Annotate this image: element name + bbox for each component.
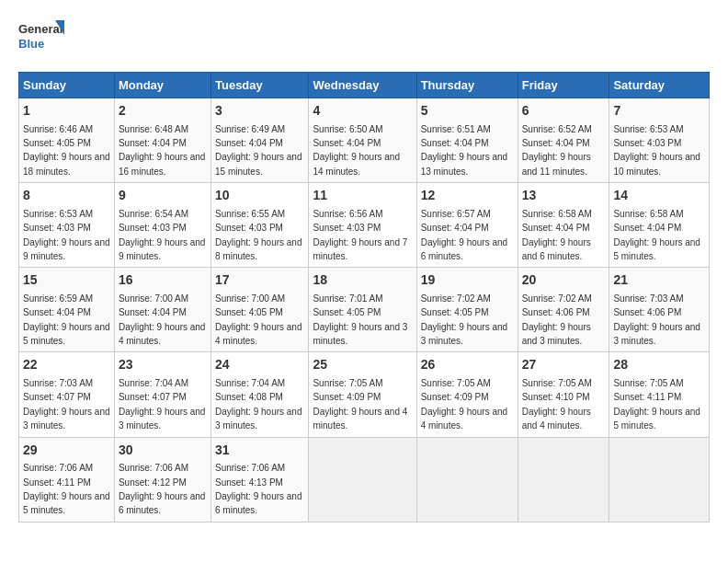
daylight-text: Daylight: 9 hours and 18 minutes. [23,152,110,176]
sunset-text: Sunset: 4:06 PM [522,307,590,317]
sunset-text: Sunset: 4:04 PM [119,307,187,317]
week-row-4: 22 Sunrise: 7:03 AM Sunset: 4:07 PM Dayl… [19,352,710,437]
daylight-text: Daylight: 9 hours and 3 minutes. [613,322,700,346]
daylight-text: Daylight: 9 hours and 6 minutes. [215,491,302,515]
sunrise-text: Sunrise: 6:53 AM [613,124,683,134]
day-number: 23 [119,356,207,374]
daylight-text: Daylight: 9 hours and 4 minutes. [313,407,407,431]
day-number: 20 [522,271,606,290]
header-cell-tuesday: Tuesday [210,73,308,98]
daylight-text: Daylight: 9 hours and 5 minutes. [613,407,700,431]
daylight-text: Daylight: 9 hours and 3 minutes. [522,322,591,346]
day-number: 13 [522,187,606,205]
sunrise-text: Sunrise: 6:46 AM [23,124,93,134]
sunset-text: Sunset: 4:10 PM [522,392,590,402]
day-number: 19 [421,271,514,290]
sunset-text: Sunset: 4:09 PM [313,392,381,402]
sunrise-text: Sunrise: 6:48 AM [119,124,188,134]
sunset-text: Sunset: 4:13 PM [215,477,283,488]
day-cell: 31 Sunrise: 7:06 AM Sunset: 4:13 PM Dayl… [210,437,308,522]
day-number: 2 [119,102,207,121]
sunset-text: Sunset: 4:04 PM [215,138,283,148]
sunrise-text: Sunrise: 7:01 AM [313,293,382,304]
sunset-text: Sunset: 4:05 PM [313,307,381,317]
day-number: 27 [522,356,606,374]
day-cell: 9 Sunrise: 6:54 AM Sunset: 4:03 PM Dayli… [114,183,210,268]
daylight-text: Daylight: 9 hours and 5 minutes. [23,322,110,346]
sunset-text: Sunset: 4:03 PM [313,223,381,233]
daylight-text: Daylight: 9 hours and 13 minutes. [421,152,508,176]
sunrise-text: Sunrise: 7:05 AM [313,378,382,388]
day-cell: 20 Sunrise: 7:02 AM Sunset: 4:06 PM Dayl… [518,268,609,352]
day-cell: 27 Sunrise: 7:05 AM Sunset: 4:10 PM Dayl… [518,352,609,437]
day-cell: 29 Sunrise: 7:06 AM Sunset: 4:11 PM Dayl… [19,437,115,522]
daylight-text: Daylight: 9 hours and 3 minutes. [215,407,302,431]
sunrise-text: Sunrise: 6:54 AM [119,209,188,219]
day-number: 28 [613,356,705,374]
day-cell: 6 Sunrise: 6:52 AM Sunset: 4:04 PM Dayli… [518,98,609,183]
daylight-text: Daylight: 9 hours and 9 minutes. [119,237,206,261]
sunset-text: Sunset: 4:04 PM [522,138,590,148]
sunset-text: Sunset: 4:07 PM [23,392,91,402]
day-number: 1 [23,102,110,121]
day-number: 6 [522,102,606,121]
daylight-text: Daylight: 9 hours and 14 minutes. [313,152,400,176]
sunrise-text: Sunrise: 7:03 AM [613,293,683,304]
day-cell: 13 Sunrise: 6:58 AM Sunset: 4:04 PM Dayl… [518,183,609,268]
day-number: 10 [215,187,304,205]
svg-text:General: General [18,22,63,36]
daylight-text: Daylight: 9 hours and 8 minutes. [215,237,302,261]
sunrise-text: Sunrise: 7:00 AM [215,293,285,304]
daylight-text: Daylight: 9 hours and 3 minutes. [119,407,206,431]
day-cell: 21 Sunrise: 7:03 AM Sunset: 4:06 PM Dayl… [609,268,710,352]
day-cell: 5 Sunrise: 6:51 AM Sunset: 4:04 PM Dayli… [416,98,518,183]
day-cell: 23 Sunrise: 7:04 AM Sunset: 4:07 PM Dayl… [114,352,210,437]
day-cell: 24 Sunrise: 7:04 AM Sunset: 4:08 PM Dayl… [210,352,308,437]
day-number: 4 [313,102,412,121]
sunrise-text: Sunrise: 7:05 AM [522,378,592,388]
header-cell-thursday: Thursday [416,73,518,98]
sunrise-text: Sunrise: 7:04 AM [119,378,188,388]
header-row: SundayMondayTuesdayWednesdayThursdayFrid… [19,73,710,98]
daylight-text: Daylight: 9 hours and 6 minutes. [522,237,591,261]
daylight-text: Daylight: 9 hours and 16 minutes. [119,152,206,176]
day-number: 5 [421,102,514,121]
day-number: 9 [119,187,207,205]
day-cell: 16 Sunrise: 7:00 AM Sunset: 4:04 PM Dayl… [114,268,210,352]
daylight-text: Daylight: 9 hours and 3 minutes. [421,322,508,346]
sunrise-text: Sunrise: 6:58 AM [613,209,683,219]
day-cell: 17 Sunrise: 7:00 AM Sunset: 4:05 PM Dayl… [210,268,308,352]
sunrise-text: Sunrise: 6:52 AM [522,124,592,134]
header-cell-friday: Friday [518,73,609,98]
day-number: 12 [421,187,514,205]
daylight-text: Daylight: 9 hours and 15 minutes. [215,152,302,176]
day-cell: 11 Sunrise: 6:56 AM Sunset: 4:03 PM Dayl… [309,183,416,268]
sunset-text: Sunset: 4:04 PM [23,307,91,317]
daylight-text: Daylight: 9 hours and 9 minutes. [23,237,110,261]
sunrise-text: Sunrise: 6:59 AM [23,293,93,304]
day-number: 31 [215,442,304,460]
day-cell: 4 Sunrise: 6:50 AM Sunset: 4:04 PM Dayli… [309,98,416,183]
sunset-text: Sunset: 4:04 PM [313,138,381,148]
day-cell: 2 Sunrise: 6:48 AM Sunset: 4:04 PM Dayli… [114,98,210,183]
sunrise-text: Sunrise: 6:49 AM [215,124,285,134]
day-number: 26 [421,356,514,374]
sunset-text: Sunset: 4:05 PM [23,138,91,148]
day-number: 25 [313,356,412,374]
daylight-text: Daylight: 9 hours and 4 minutes. [421,407,508,431]
day-cell: 1 Sunrise: 6:46 AM Sunset: 4:05 PM Dayli… [19,98,115,183]
day-cell: 25 Sunrise: 7:05 AM Sunset: 4:09 PM Dayl… [309,352,416,437]
sunrise-text: Sunrise: 7:06 AM [119,463,188,473]
daylight-text: Daylight: 9 hours and 11 minutes. [522,152,591,176]
day-cell [309,437,416,522]
sunrise-text: Sunrise: 7:05 AM [421,378,491,388]
day-number: 24 [215,356,304,374]
header-cell-wednesday: Wednesday [309,73,416,98]
day-number: 17 [215,271,304,290]
sunset-text: Sunset: 4:03 PM [23,223,91,233]
header-cell-monday: Monday [114,73,210,98]
day-cell: 8 Sunrise: 6:53 AM Sunset: 4:03 PM Dayli… [19,183,115,268]
day-number: 30 [119,442,207,460]
day-cell: 26 Sunrise: 7:05 AM Sunset: 4:09 PM Dayl… [416,352,518,437]
day-cell: 10 Sunrise: 6:55 AM Sunset: 4:03 PM Dayl… [210,183,308,268]
